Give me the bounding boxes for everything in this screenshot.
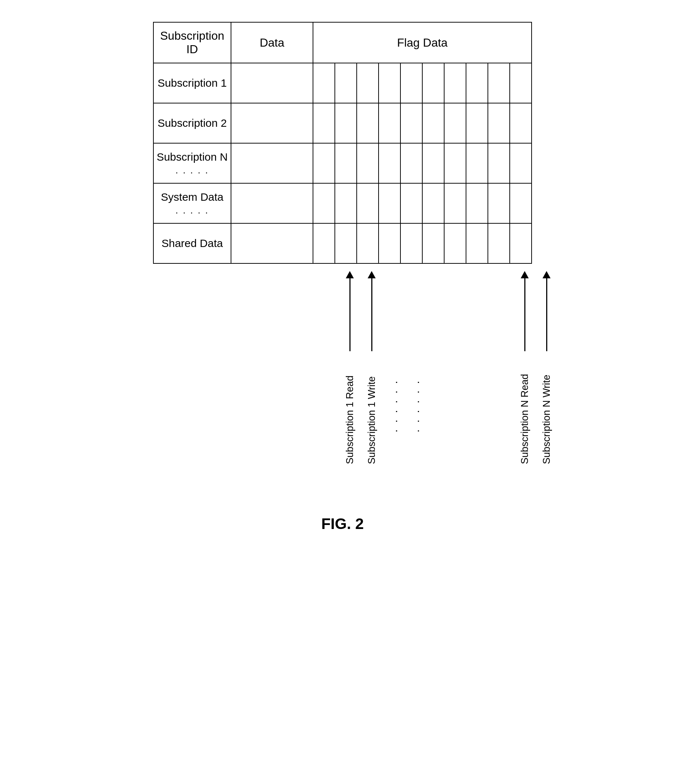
arrow-sub1-write: Subscription 1 Write [361,271,383,464]
cell-sub1-id: Subscription 1 [153,63,231,103]
header-row: Subscription ID Data Flag Data [153,22,532,63]
header-data: Data [231,22,313,63]
cell-sysdata-id: System Data . . . . . [153,183,231,223]
cell-subn-id: Subscription N . . . . . [153,143,231,183]
cell-sysdata-data [231,183,313,223]
cell-sub1-data [231,63,313,103]
dots-col-1: . . . . . . [383,351,404,464]
table-row: Shared Data [153,223,532,263]
header-subscription-id: Subscription ID [153,22,231,63]
table-row: Subscription 1 [153,63,532,103]
cell-shareddata-data [231,223,313,263]
arrow-subn-write: Subscription N Write [536,271,557,464]
cell-sub2-id: Subscription 2 [153,103,231,143]
diagram-container: Subscription ID Data Flag Data Subscript… [153,22,532,532]
table-wrapper: Subscription ID Data Flag Data Subscript… [153,22,532,264]
table-row: Subscription N . . . . . [153,143,532,183]
dots-col-2: . . . . . . [404,351,426,464]
cell-shareddata-id: Shared Data [153,223,231,263]
table-row: Subscription 2 [153,103,532,143]
arrows-section: Subscription 1 Read Subscription 1 Write… [153,264,532,464]
cell-sub2-data [231,103,313,143]
main-table: Subscription ID Data Flag Data Subscript… [153,22,532,264]
arrow-subn-read: Subscription N Read [514,271,536,464]
header-flag-data: Flag Data [313,22,532,63]
arrow-sub1-read: Subscription 1 Read [339,271,361,464]
cell-subn-data [231,143,313,183]
table-row: System Data . . . . . [153,183,532,223]
arrows-area: Subscription 1 Read Subscription 1 Write… [339,264,557,464]
fig-caption: FIG. 2 [153,515,532,532]
